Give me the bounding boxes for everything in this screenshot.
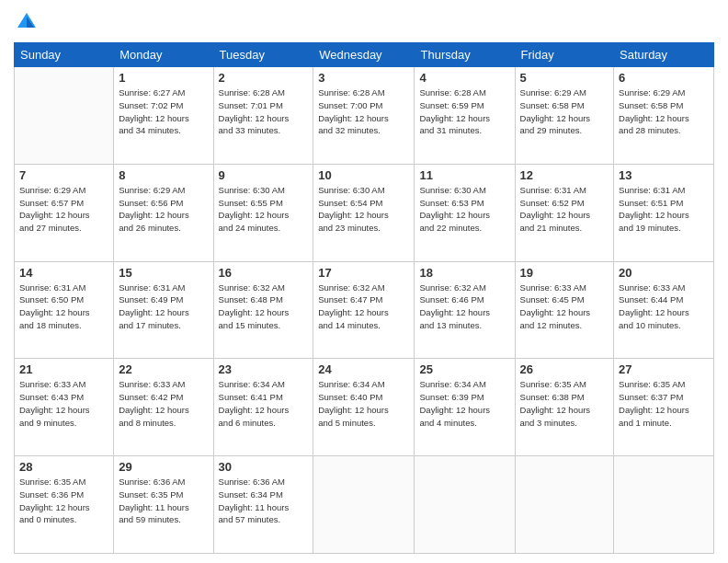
day-info: Sunrise: 6:36 AM Sunset: 6:34 PM Dayligh… xyxy=(219,476,309,526)
day-cell: 18Sunrise: 6:32 AM Sunset: 6:46 PM Dayli… xyxy=(415,261,515,359)
day-info: Sunrise: 6:36 AM Sunset: 6:35 PM Dayligh… xyxy=(119,476,208,526)
day-info: Sunrise: 6:32 AM Sunset: 6:47 PM Dayligh… xyxy=(318,282,409,332)
day-cell: 19Sunrise: 6:33 AM Sunset: 6:45 PM Dayli… xyxy=(515,261,614,359)
day-number: 18 xyxy=(419,266,509,280)
day-cell xyxy=(15,67,114,165)
day-cell: 15Sunrise: 6:31 AM Sunset: 6:49 PM Dayli… xyxy=(114,261,213,359)
day-number: 4 xyxy=(419,71,509,85)
day-info: Sunrise: 6:33 AM Sunset: 6:44 PM Dayligh… xyxy=(619,282,709,332)
day-cell: 24Sunrise: 6:34 AM Sunset: 6:40 PM Dayli… xyxy=(313,359,415,456)
day-cell: 16Sunrise: 6:32 AM Sunset: 6:48 PM Dayli… xyxy=(213,261,313,359)
day-info: Sunrise: 6:31 AM Sunset: 6:50 PM Dayligh… xyxy=(19,282,108,332)
day-number: 27 xyxy=(619,362,709,376)
day-cell: 30Sunrise: 6:36 AM Sunset: 6:34 PM Dayli… xyxy=(213,456,313,554)
header xyxy=(14,9,714,35)
day-info: Sunrise: 6:28 AM Sunset: 7:00 PM Dayligh… xyxy=(318,86,409,137)
day-number: 2 xyxy=(219,71,309,85)
day-info: Sunrise: 6:28 AM Sunset: 7:01 PM Dayligh… xyxy=(219,86,309,137)
weekday-header-wednesday: Wednesday xyxy=(313,43,415,67)
day-cell: 25Sunrise: 6:34 AM Sunset: 6:39 PM Dayli… xyxy=(415,359,515,456)
day-number: 26 xyxy=(520,362,609,376)
day-info: Sunrise: 6:31 AM Sunset: 6:51 PM Dayligh… xyxy=(619,184,709,235)
day-number: 20 xyxy=(619,266,709,280)
weekday-header-tuesday: Tuesday xyxy=(213,43,313,67)
day-number: 6 xyxy=(619,71,709,85)
day-info: Sunrise: 6:32 AM Sunset: 6:46 PM Dayligh… xyxy=(419,282,509,332)
day-cell: 21Sunrise: 6:33 AM Sunset: 6:43 PM Dayli… xyxy=(15,359,114,456)
day-cell: 9Sunrise: 6:30 AM Sunset: 6:55 PM Daylig… xyxy=(213,164,313,261)
day-info: Sunrise: 6:30 AM Sunset: 6:53 PM Dayligh… xyxy=(419,184,509,235)
day-number: 25 xyxy=(419,362,509,376)
day-info: Sunrise: 6:35 AM Sunset: 6:36 PM Dayligh… xyxy=(19,476,108,526)
weekday-header-sunday: Sunday xyxy=(15,43,114,67)
day-info: Sunrise: 6:33 AM Sunset: 6:45 PM Dayligh… xyxy=(520,282,609,332)
day-cell xyxy=(313,456,415,554)
day-info: Sunrise: 6:29 AM Sunset: 6:56 PM Dayligh… xyxy=(119,184,208,235)
day-number: 5 xyxy=(520,71,609,85)
day-number: 28 xyxy=(19,460,108,474)
day-info: Sunrise: 6:31 AM Sunset: 6:52 PM Dayligh… xyxy=(520,184,609,235)
day-cell: 28Sunrise: 6:35 AM Sunset: 6:36 PM Dayli… xyxy=(15,456,114,554)
page: SundayMondayTuesdayWednesdayThursdayFrid… xyxy=(0,0,728,563)
day-cell xyxy=(415,456,515,554)
day-number: 8 xyxy=(119,168,208,182)
day-cell: 5Sunrise: 6:29 AM Sunset: 6:58 PM Daylig… xyxy=(515,67,614,165)
day-number: 17 xyxy=(318,266,409,280)
logo xyxy=(14,9,43,35)
week-row-4: 21Sunrise: 6:33 AM Sunset: 6:43 PM Dayli… xyxy=(15,359,714,456)
week-row-5: 28Sunrise: 6:35 AM Sunset: 6:36 PM Dayli… xyxy=(15,456,714,554)
week-row-2: 7Sunrise: 6:29 AM Sunset: 6:57 PM Daylig… xyxy=(15,164,714,261)
day-cell: 17Sunrise: 6:32 AM Sunset: 6:47 PM Dayli… xyxy=(313,261,415,359)
day-cell: 23Sunrise: 6:34 AM Sunset: 6:41 PM Dayli… xyxy=(213,359,313,456)
day-number: 7 xyxy=(19,168,108,182)
day-cell xyxy=(515,456,614,554)
day-number: 14 xyxy=(19,266,108,280)
week-row-3: 14Sunrise: 6:31 AM Sunset: 6:50 PM Dayli… xyxy=(15,261,714,359)
day-info: Sunrise: 6:29 AM Sunset: 6:58 PM Dayligh… xyxy=(520,86,609,137)
day-number: 9 xyxy=(219,168,309,182)
day-number: 30 xyxy=(219,460,309,474)
day-number: 21 xyxy=(19,362,108,376)
day-info: Sunrise: 6:29 AM Sunset: 6:57 PM Dayligh… xyxy=(19,184,108,235)
day-number: 1 xyxy=(119,71,208,85)
day-cell: 26Sunrise: 6:35 AM Sunset: 6:38 PM Dayli… xyxy=(515,359,614,456)
day-number: 23 xyxy=(219,362,309,376)
day-info: Sunrise: 6:31 AM Sunset: 6:49 PM Dayligh… xyxy=(119,282,208,332)
day-cell: 11Sunrise: 6:30 AM Sunset: 6:53 PM Dayli… xyxy=(415,164,515,261)
weekday-header-friday: Friday xyxy=(515,43,614,67)
day-info: Sunrise: 6:34 AM Sunset: 6:40 PM Dayligh… xyxy=(318,378,409,429)
day-cell: 20Sunrise: 6:33 AM Sunset: 6:44 PM Dayli… xyxy=(614,261,714,359)
day-number: 29 xyxy=(119,460,208,474)
day-cell: 6Sunrise: 6:29 AM Sunset: 6:58 PM Daylig… xyxy=(614,67,714,165)
day-cell: 10Sunrise: 6:30 AM Sunset: 6:54 PM Dayli… xyxy=(313,164,415,261)
day-number: 3 xyxy=(318,71,409,85)
day-cell: 14Sunrise: 6:31 AM Sunset: 6:50 PM Dayli… xyxy=(15,261,114,359)
day-cell: 1Sunrise: 6:27 AM Sunset: 7:02 PM Daylig… xyxy=(114,67,213,165)
day-number: 12 xyxy=(520,168,609,182)
day-info: Sunrise: 6:28 AM Sunset: 6:59 PM Dayligh… xyxy=(419,86,509,137)
day-cell: 22Sunrise: 6:33 AM Sunset: 6:42 PM Dayli… xyxy=(114,359,213,456)
day-cell: 27Sunrise: 6:35 AM Sunset: 6:37 PM Dayli… xyxy=(614,359,714,456)
day-cell: 13Sunrise: 6:31 AM Sunset: 6:51 PM Dayli… xyxy=(614,164,714,261)
day-info: Sunrise: 6:35 AM Sunset: 6:37 PM Dayligh… xyxy=(619,378,709,429)
day-info: Sunrise: 6:33 AM Sunset: 6:42 PM Dayligh… xyxy=(119,378,208,429)
day-cell: 3Sunrise: 6:28 AM Sunset: 7:00 PM Daylig… xyxy=(313,67,415,165)
day-info: Sunrise: 6:34 AM Sunset: 6:41 PM Dayligh… xyxy=(219,378,309,429)
calendar: SundayMondayTuesdayWednesdayThursdayFrid… xyxy=(14,42,714,554)
weekday-header-monday: Monday xyxy=(114,43,213,67)
day-cell: 12Sunrise: 6:31 AM Sunset: 6:52 PM Dayli… xyxy=(515,164,614,261)
day-number: 15 xyxy=(119,266,208,280)
day-cell: 4Sunrise: 6:28 AM Sunset: 6:59 PM Daylig… xyxy=(415,67,515,165)
day-cell: 7Sunrise: 6:29 AM Sunset: 6:57 PM Daylig… xyxy=(15,164,114,261)
day-number: 13 xyxy=(619,168,709,182)
weekday-header-thursday: Thursday xyxy=(415,43,515,67)
day-cell: 8Sunrise: 6:29 AM Sunset: 6:56 PM Daylig… xyxy=(114,164,213,261)
day-number: 19 xyxy=(520,266,609,280)
day-number: 16 xyxy=(219,266,309,280)
day-cell: 2Sunrise: 6:28 AM Sunset: 7:01 PM Daylig… xyxy=(213,67,313,165)
day-info: Sunrise: 6:33 AM Sunset: 6:43 PM Dayligh… xyxy=(19,378,108,429)
logo-icon xyxy=(14,9,40,35)
day-info: Sunrise: 6:27 AM Sunset: 7:02 PM Dayligh… xyxy=(119,86,208,137)
weekday-header-saturday: Saturday xyxy=(614,43,714,67)
weekday-header-row: SundayMondayTuesdayWednesdayThursdayFrid… xyxy=(15,43,714,67)
